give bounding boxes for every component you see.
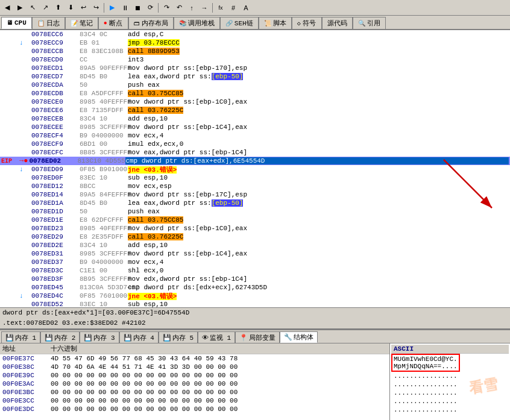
eip-row[interactable]: EIP →● 0078ED02 813C10 4D55546E cmp dwor… xyxy=(0,157,510,165)
tab-memory-layout[interactable]: 🗃 内存布局 xyxy=(128,17,174,29)
disasm-row[interactable]: 0078ECC6 83C4 0C add esp,C xyxy=(0,30,510,39)
toolbar-step-over[interactable]: ↶ xyxy=(173,2,185,14)
ascii-row[interactable]: ................ xyxy=(391,397,509,406)
tab-call-stack-label: 调用堆栈 xyxy=(188,19,215,28)
disasm-row[interactable]: 0078ED52 83EC 10 sub esp,10 xyxy=(0,300,510,307)
disasm-row[interactable]: ↓ 0078ED09 0F85 B9010000 jne <03.错误> xyxy=(0,165,510,174)
toolbar-run[interactable]: ▶ xyxy=(106,2,118,14)
tab-call-stack[interactable]: 📚 调用堆栈 xyxy=(174,17,220,29)
memory-row[interactable]: 00F0E38C 4D 70 4D 6A 4E 44 51 71 4E 41 3… xyxy=(0,363,389,371)
tab-seh[interactable]: 🔗 SEH链 xyxy=(220,17,259,29)
toolbar-fx[interactable]: fx xyxy=(215,2,227,14)
toolbar-pause[interactable]: ⏸ xyxy=(119,2,131,14)
disasm-row[interactable]: 0078ED3F 8B95 3CFEFFFF mov edx,dword ptr… xyxy=(0,275,510,283)
tab-log-label: 日志 xyxy=(46,19,60,28)
toolbar-btn-fwd[interactable]: ▶ xyxy=(14,2,26,14)
watch1-icon: 👁 xyxy=(202,334,209,342)
toolbar-btn-2[interactable]: ↗ xyxy=(39,2,51,14)
disasm-row[interactable]: 0078ECEB 83C4 10 add esp,10 xyxy=(0,114,510,123)
disasm-row[interactable]: 0078ED14 89A5 84FEFFFF mov dword ptr ss:… xyxy=(0,190,510,199)
ascii-row[interactable]: MpMjNDQqNA==.... xyxy=(394,363,458,370)
memory-row[interactable]: 00F0E3CC 00 00 00 00 00 00 00 00 00 00 0… xyxy=(0,396,389,405)
toolbar-A[interactable]: A xyxy=(240,2,252,14)
disasm-row[interactable]: 0078ECCB E8 83EC108B call 8B89D953 xyxy=(0,47,510,55)
memory-layout-icon: 🗃 xyxy=(134,20,140,27)
tab-watch1[interactable]: 👁 监视 1 xyxy=(198,331,235,343)
ascii-row[interactable]: ................ xyxy=(391,380,509,389)
ascii-row[interactable]: MUGmIVwhE0Cd@YC. xyxy=(394,356,458,363)
disasm-row[interactable]: 0078ECD1 89A5 90FEFFFF mov dword ptr ss:… xyxy=(0,64,510,72)
tab-cpu[interactable]: 🖥 CPU xyxy=(1,17,32,29)
disasm-row[interactable]: 0078ED45 813C0A 5D3D7462 cmp dword ptr d… xyxy=(0,283,510,292)
struct-icon: 🔧 xyxy=(284,333,292,341)
disasm-row[interactable]: 0078ECD0 CC int3 xyxy=(0,55,510,64)
toolbar-btn-3[interactable]: ⬆ xyxy=(52,2,64,14)
disasm-row[interactable]: 0078ECFC 8B85 3CFEFFFF mov eax,dword ptr… xyxy=(0,148,510,157)
tab-seh-label: SEH链 xyxy=(235,19,253,28)
disasm-row[interactable]: 0078ECE6 E8 7135FDFF call 03.76225C xyxy=(0,106,510,114)
log-icon: 📋 xyxy=(37,20,45,27)
disasm-row[interactable]: 0078ECF4 B9 04000000 mov ecx,4 xyxy=(0,131,510,140)
disasm-row[interactable]: 0078ED29 E8 2E35FDFF call 03.76225C xyxy=(0,233,510,241)
disasm-row[interactable]: 0078ED12 8BCC mov ecx,esp xyxy=(0,182,510,190)
memory-row[interactable]: 00F0E3AC 00 00 00 00 00 00 00 00 00 00 0… xyxy=(0,380,389,388)
memory-row[interactable]: 00F0E37C 4D 55 47 6D 49 56 77 68 45 30 4… xyxy=(0,354,389,363)
tab-mem5[interactable]: 💾 内存 5 xyxy=(159,331,198,343)
disasm-row[interactable]: 0078ED1A 8D45 B0 lea eax,dword ptr ss:[e… xyxy=(0,199,510,207)
tab-log[interactable]: 📋 日志 xyxy=(32,17,65,29)
disasm-row[interactable]: 0078ED1E E8 62DFCFFF call 03.75CC85 xyxy=(0,216,510,224)
toolbar-btn-4[interactable]: ⬇ xyxy=(65,2,77,14)
tab-ref[interactable]: 🔍 引用 xyxy=(353,17,386,29)
toolbar-btn-5[interactable]: ↩ xyxy=(77,2,89,14)
tab-locals[interactable]: 📍 局部变量 xyxy=(235,331,280,343)
toolbar-btn-back[interactable]: ◀ xyxy=(1,2,13,14)
toolbar-step-into[interactable]: ↷ xyxy=(160,2,172,14)
disasm-row[interactable]: 0078ED2E 83C4 10 add esp,10 xyxy=(0,241,510,249)
disasm-row[interactable]: 0078ED0F 83EC 10 sub esp,10 xyxy=(0,174,510,182)
memory-row[interactable]: 00F0E3BC 00 00 00 00 00 00 00 00 00 00 0… xyxy=(0,388,389,396)
ascii-row[interactable]: ................ xyxy=(391,389,509,397)
disasm-row[interactable]: 0078ED31 8985 3CFEFFFF mov dword ptr ss:… xyxy=(0,249,510,258)
tab-source-label: 源代码 xyxy=(327,19,347,28)
status-expression: dword ptr ds:[eax+edx*1]=[03.00F0E37C]=6… xyxy=(0,307,510,318)
mem3-icon: 💾 xyxy=(84,334,92,342)
mem5-icon: 💾 xyxy=(163,334,171,342)
tab-mem1[interactable]: 💾 内存 1 xyxy=(1,331,40,343)
tab-cpu-label: CPU xyxy=(14,19,27,27)
toolbar-stop[interactable]: ⏹ xyxy=(131,2,143,14)
tab-source[interactable]: 源代码 xyxy=(322,17,353,29)
disasm-row[interactable]: 0078ECDB E8 A5DFCFFF call 03.75CC85 xyxy=(0,89,510,98)
disasm-row[interactable]: 0078ECF9 6BD1 00 imul edx,ecx,0 xyxy=(0,140,510,148)
toolbar-run-to[interactable]: → xyxy=(198,2,210,14)
disasm-row[interactable]: 0078ECEE 8985 3CFEFFFF mov dword ptr ss:… xyxy=(0,123,510,131)
tab-mem2[interactable]: 💾 内存 2 xyxy=(40,331,80,343)
tab-script[interactable]: 📜 脚本 xyxy=(259,17,292,29)
toolbar-btn-6[interactable]: ↪ xyxy=(90,2,102,14)
ascii-row[interactable]: ................ xyxy=(391,406,509,414)
tab-note[interactable]: 📝 笔记 xyxy=(65,17,98,29)
disasm-row[interactable]: 0078ED3C C1E1 00 shl ecx,0 xyxy=(0,266,510,275)
ascii-row[interactable]: ................ xyxy=(391,372,509,380)
disasm-row[interactable]: 0078ECD7 8D45 B0 lea eax,dword ptr ss:[e… xyxy=(0,72,510,81)
disasm-row[interactable]: 0078ECDA 50 push eax xyxy=(0,81,510,89)
disasm-row[interactable]: 0078ED37 B9 04000000 mov ecx,4 xyxy=(0,258,510,266)
toolbar-step-out[interactable]: ↑ xyxy=(186,2,198,14)
tab-mem4[interactable]: 💾 内存 4 xyxy=(119,331,159,343)
disasm-row[interactable]: 0078ECE0 8985 40FEFFFF mov dword ptr ss:… xyxy=(0,98,510,106)
disasm-row[interactable]: 0078ED1D 50 push eax xyxy=(0,207,510,216)
tab-breakpoint[interactable]: ● 断点 xyxy=(98,17,128,29)
disasm-row[interactable]: 0078ED23 8985 40FEFFFF mov dword ptr ss:… xyxy=(0,224,510,233)
ref-icon: 🔍 xyxy=(358,20,365,27)
toolbar-hash[interactable]: # xyxy=(227,2,239,14)
tab-struct[interactable]: 🔧 结构体 xyxy=(280,331,318,343)
info-bar: .text:0078ED02 03.exe:$38ED02 #42102 xyxy=(0,318,510,329)
disasm-row[interactable]: ↓ 0078ED4C 0F85 76010000 jne <03.错误> xyxy=(0,292,510,300)
tab-symbol[interactable]: ◇ 符号 xyxy=(292,17,322,29)
memory-row[interactable]: 00F0E3DC 00 00 00 00 00 00 00 00 00 00 0… xyxy=(0,405,389,413)
disasm-row[interactable]: ↓ 0078ECC9 EB 01 jmp 03.78ECCC xyxy=(0,39,510,47)
toolbar-restart[interactable]: ⟳ xyxy=(144,2,156,14)
toolbar-btn-1[interactable]: ↖ xyxy=(27,2,39,14)
tab-mem3[interactable]: 💾 内存 3 xyxy=(80,331,119,343)
memory-row[interactable]: 00F0E39C 00 00 00 00 00 00 00 00 00 00 0… xyxy=(0,371,389,380)
disasm-area: 0078ECC6 83C4 0C add esp,C ↓ 0078ECC9 EB… xyxy=(0,30,510,307)
